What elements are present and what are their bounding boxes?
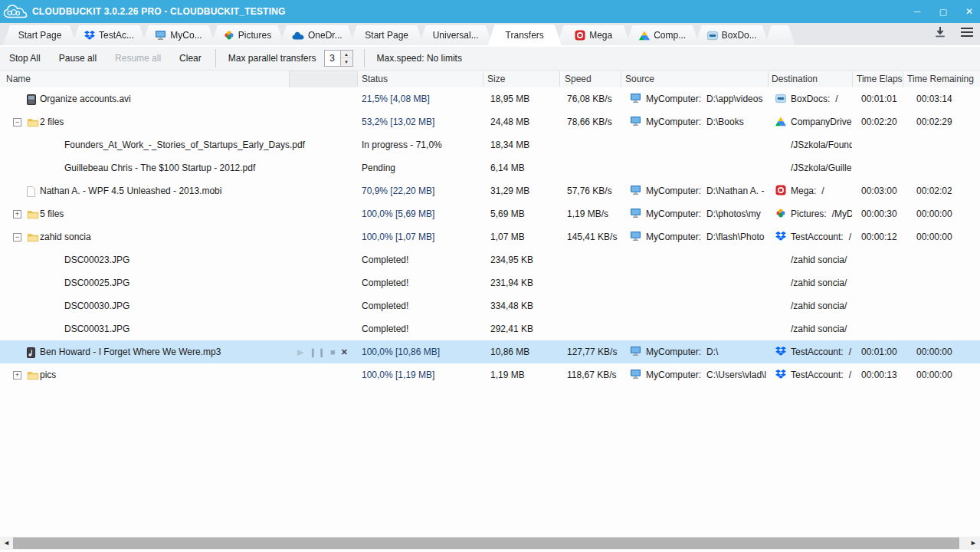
table-row[interactable]: +pics100,0% [1,19 MB]1,19 MB118,67 KB/sM… bbox=[0, 363, 980, 386]
folder-icon bbox=[27, 117, 39, 128]
tab-bar: Start PageTestAc...MyCo...PicturesOneDr.… bbox=[0, 23, 980, 46]
tab-stub[interactable] bbox=[765, 25, 795, 45]
cancel-icon[interactable]: ✕ bbox=[341, 347, 349, 356]
expand-toggle-icon[interactable]: + bbox=[13, 210, 21, 219]
table-row[interactable]: DSC00025.JPGCompleted!231,94 KB/zahid so… bbox=[0, 271, 980, 294]
collapse-toggle-icon[interactable]: − bbox=[13, 118, 21, 127]
table-row[interactable]: DSC00030.JPGCompleted!334,48 KB/zahid so… bbox=[0, 294, 980, 317]
computer-icon bbox=[630, 365, 641, 386]
table-row[interactable]: −zahid soncia100,0% [1,07 MB]1,07 MB145,… bbox=[0, 225, 980, 248]
destination-path: /zahid soncia/ bbox=[791, 278, 847, 288]
source-account: MyComputer: bbox=[646, 94, 701, 104]
speed-cell bbox=[567, 248, 624, 271]
minimize-button[interactable]: ─ bbox=[911, 6, 923, 17]
scroll-right-icon[interactable]: ► bbox=[967, 537, 980, 550]
cloudbuckit-window: CLOUDBUCKIT 3.0.2.26 PRO - CLOUDBUCKIT_T… bbox=[0, 0, 980, 552]
spinner-up-icon[interactable]: ▲ bbox=[341, 51, 352, 58]
tab-boxdo[interactable]: BoxDo... bbox=[695, 25, 769, 45]
table-row[interactable]: Guillebeau Chris - The $100 Startup - 20… bbox=[0, 156, 980, 179]
destination-account: Mega: bbox=[791, 186, 816, 196]
column-header-time-remaining[interactable]: Time Remaining bbox=[907, 71, 974, 87]
gphotos-icon bbox=[775, 204, 786, 225]
max-parallel-spinner[interactable]: 3 ▲ ▼ bbox=[324, 50, 353, 67]
gphotos-icon bbox=[224, 30, 234, 41]
file-name: DSC00025.JPG bbox=[64, 271, 129, 294]
computer-icon bbox=[155, 30, 166, 41]
pause-all-button[interactable]: Pause all bbox=[50, 47, 106, 70]
folder-icon bbox=[27, 370, 39, 381]
menu-hamburger-icon[interactable] bbox=[960, 27, 974, 38]
source-cell bbox=[630, 248, 769, 271]
time-remaining-cell: 00:00:00 bbox=[916, 363, 970, 386]
maximize-button[interactable]: ▢ bbox=[937, 7, 949, 17]
close-button[interactable]: ✕ bbox=[963, 6, 975, 17]
table-row[interactable]: Founders_At_Work_-_Stories_of_Startups_E… bbox=[0, 133, 980, 156]
time-remaining-cell bbox=[916, 294, 970, 317]
column-header-size[interactable]: Size bbox=[487, 71, 505, 87]
stop-all-button[interactable]: Stop All bbox=[0, 47, 50, 70]
table-row[interactable]: DSC00031.JPGCompleted!292,41 KB/zahid so… bbox=[0, 317, 980, 340]
expand-toggle-icon[interactable]: + bbox=[13, 371, 21, 380]
scrollbar-thumb[interactable] bbox=[13, 537, 959, 549]
column-header-name[interactable]: Name bbox=[6, 71, 31, 87]
column-header-destination[interactable]: Destination bbox=[772, 71, 818, 87]
tab-universal[interactable]: Universal... bbox=[419, 25, 493, 45]
table-row[interactable]: Nathan A. - WPF 4.5 Unleashed - 2013.mob… bbox=[0, 179, 980, 202]
column-header-status[interactable]: Status bbox=[362, 71, 388, 87]
column-header-speed[interactable]: Speed bbox=[565, 71, 592, 87]
size-cell: 234,95 KB bbox=[490, 248, 563, 271]
destination-path: /MyD bbox=[832, 209, 852, 219]
file-audio-icon bbox=[27, 347, 39, 358]
status-cell: 21,5% [4,08 MB] bbox=[362, 87, 481, 110]
source-path: D:\Books bbox=[706, 117, 744, 127]
tab-mega[interactable]: Mega bbox=[557, 25, 631, 45]
time-remaining-cell bbox=[916, 248, 970, 271]
file-name: 2 files bbox=[40, 110, 64, 133]
tab-start-page[interactable]: Start Page bbox=[350, 25, 424, 45]
source-account: MyComputer: bbox=[646, 117, 701, 127]
pause-icon[interactable]: ❙❙ bbox=[310, 347, 326, 356]
resume-all-button[interactable]: Resume all bbox=[106, 47, 170, 70]
time-elapsed-cell: 00:02:20 bbox=[861, 110, 907, 133]
stop-icon[interactable]: ■ bbox=[330, 347, 337, 356]
horizontal-scrollbar[interactable]: ◄ ► bbox=[0, 537, 980, 550]
tab-start-page[interactable]: Start Page bbox=[3, 25, 77, 45]
source-account: MyComputer: bbox=[646, 232, 701, 242]
play-icon[interactable]: ▶ bbox=[297, 347, 305, 356]
source-cell bbox=[630, 294, 769, 317]
status-cell: Pending bbox=[362, 156, 481, 179]
source-path: C:\Users\vlad\l bbox=[706, 370, 766, 380]
column-separator bbox=[903, 71, 903, 87]
folder-icon bbox=[27, 209, 39, 220]
tab-myco[interactable]: MyCo... bbox=[142, 25, 215, 45]
dropbox-icon bbox=[775, 365, 786, 386]
tab-testac[interactable]: TestAc... bbox=[72, 25, 146, 45]
max-parallel-value[interactable]: 3 bbox=[324, 50, 341, 67]
table-row[interactable]: DSC00023.JPGCompleted!234,95 KB/zahid so… bbox=[0, 248, 980, 271]
tab-transfers[interactable]: Transfers bbox=[488, 25, 562, 45]
destination-account: BoxDocs: bbox=[791, 94, 830, 104]
download-icon[interactable] bbox=[934, 26, 946, 38]
scroll-left-icon[interactable]: ◄ bbox=[0, 537, 13, 550]
tab-label: OneDr... bbox=[308, 30, 343, 41]
table-row[interactable]: +5 files100,0% [5,69 MB]5,69 MB1,19 MB/s… bbox=[0, 202, 980, 225]
collapse-toggle-icon[interactable]: − bbox=[13, 233, 21, 242]
clear-button[interactable]: Clear bbox=[170, 47, 211, 70]
destination-cell: /zahid soncia/ bbox=[775, 271, 852, 294]
destination-cell: Pictures:/MyD bbox=[775, 202, 852, 225]
speed-cell bbox=[567, 133, 624, 156]
table-row[interactable]: −2 files53,2% [13,02 MB]24,48 MB78,66 KB… bbox=[0, 110, 980, 133]
source-path: D:\ bbox=[706, 347, 718, 357]
tab-pictures[interactable]: Pictures bbox=[211, 25, 284, 45]
column-header-source[interactable]: Source bbox=[625, 71, 654, 87]
destination-path: / bbox=[849, 347, 851, 357]
tab-label: Start Page bbox=[18, 30, 62, 41]
tab-label: MyCo... bbox=[170, 30, 202, 41]
tab-comp[interactable]: Comp... bbox=[626, 25, 700, 45]
table-row[interactable]: Organize accounts.avi21,5% [4,08 MB]18,9… bbox=[0, 87, 980, 110]
column-header-time-elaps[interactable]: Time Elaps bbox=[857, 71, 903, 87]
tab-onedr[interactable]: OneDr... bbox=[280, 25, 355, 45]
spinner-down-icon[interactable]: ▼ bbox=[341, 58, 352, 66]
source-path: D:\photos\my bbox=[706, 209, 761, 219]
table-row[interactable]: Ben Howard - I Forget Where We Were.mp3▶… bbox=[0, 340, 980, 363]
